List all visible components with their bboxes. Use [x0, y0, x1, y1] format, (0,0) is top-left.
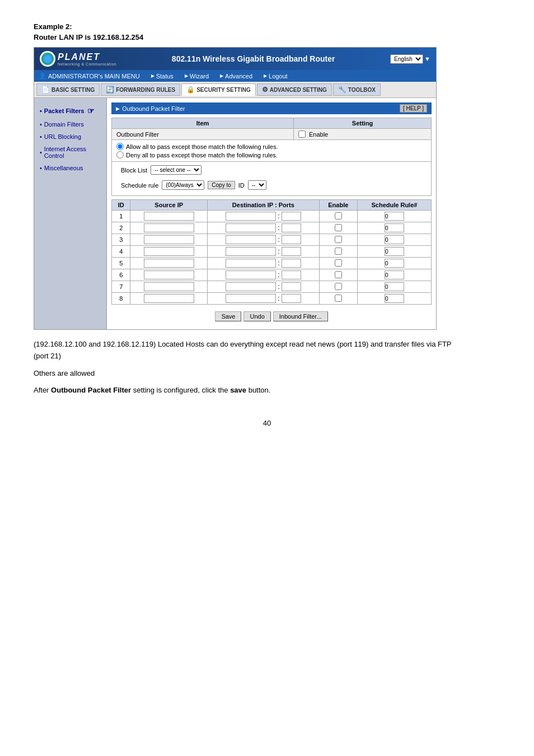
- col-id: ID: [112, 200, 130, 211]
- source-ip-input-2[interactable]: [144, 223, 194, 232]
- dest-ip-input-8[interactable]: [226, 294, 276, 303]
- row-dest-ip-5: :: [208, 258, 320, 269]
- dest-port-input-6[interactable]: [282, 270, 301, 279]
- tab-advanced-label: ADVANCED SETTING: [270, 87, 327, 93]
- sidebar-item-url-blocking[interactable]: URL Blocking: [34, 130, 106, 143]
- router-ui-box: PLANET Networking & Communication 802.11…: [34, 47, 437, 330]
- dest-port-input-5[interactable]: [282, 259, 301, 268]
- source-ip-input-5[interactable]: [144, 259, 194, 268]
- row-enable-checkbox-2[interactable]: [335, 224, 342, 231]
- dest-port-input-4[interactable]: [282, 247, 301, 256]
- settings-table: Item Setting Outbound Filter Enable: [111, 118, 432, 196]
- radio-allow-input[interactable]: [116, 143, 124, 150]
- row-schedule-1: [357, 211, 431, 222]
- dest-port-input-3[interactable]: [282, 235, 301, 244]
- schedule-input-6[interactable]: [385, 270, 404, 279]
- block-list-label: Block List: [121, 167, 147, 174]
- help-button[interactable]: [ HELP ]: [400, 104, 427, 113]
- router-header: PLANET Networking & Communication 802.11…: [34, 48, 436, 70]
- row-enable-checkbox-3[interactable]: [335, 236, 342, 243]
- dest-ip-input-6[interactable]: [226, 270, 276, 279]
- schedule-input-8[interactable]: [385, 294, 404, 303]
- source-ip-input-3[interactable]: [144, 235, 194, 244]
- dest-ip-input-1[interactable]: [226, 212, 276, 221]
- filter-label: Outbound Filter: [112, 129, 294, 140]
- sidebar-item-miscellaneous[interactable]: Miscellaneous: [34, 162, 106, 174]
- row-enable-checkbox-4[interactable]: [335, 248, 342, 255]
- source-ip-input-8[interactable]: [144, 294, 194, 303]
- row-enable-checkbox-6[interactable]: [335, 271, 342, 278]
- schedule-input-3[interactable]: [385, 235, 404, 244]
- dest-ip-input-2[interactable]: [226, 223, 276, 232]
- language-selector[interactable]: English ▼: [390, 54, 430, 64]
- schedule-input-1[interactable]: [385, 212, 404, 221]
- undo-button[interactable]: Undo: [243, 311, 270, 321]
- sidebar-item-internet-access[interactable]: Internet Access Control: [34, 143, 106, 162]
- row-dest-ip-2: :: [208, 222, 320, 234]
- radio-deny-input[interactable]: [116, 151, 124, 158]
- tab-forwarding-rules[interactable]: 🔄 FORWARDING RULES: [101, 83, 180, 96]
- port-separator-1: :: [278, 212, 279, 220]
- dest-port-input-7[interactable]: [282, 282, 301, 291]
- page-number: 40: [34, 419, 500, 427]
- id-select[interactable]: --: [248, 180, 266, 190]
- planet-logo: PLANET Networking & Communication: [40, 51, 116, 67]
- row-schedule-6: [357, 269, 431, 281]
- nav-status[interactable]: ▶ Status: [151, 73, 174, 80]
- source-ip-input-1[interactable]: [144, 212, 194, 221]
- dest-port-input-2[interactable]: [282, 223, 301, 232]
- security-setting-icon: 🔒: [186, 86, 195, 94]
- body-para-2: Others are allowed: [34, 368, 459, 380]
- block-list-select[interactable]: -- select one --: [151, 165, 202, 175]
- table-row: 8 :: [112, 293, 432, 305]
- enable-row: Enable: [298, 130, 427, 138]
- sidebar-item-domain-filters[interactable]: Domain Filters: [34, 118, 106, 130]
- dest-port-input-8[interactable]: [282, 294, 301, 303]
- schedule-input-5[interactable]: [385, 259, 404, 268]
- source-ip-input-4[interactable]: [144, 247, 194, 256]
- row-enable-checkbox-8[interactable]: [335, 295, 342, 302]
- enable-checkbox[interactable]: [298, 130, 306, 138]
- col-schedule-rule: Schedule Rule#: [357, 200, 431, 211]
- dest-ip-input-3[interactable]: [226, 235, 276, 244]
- language-dropdown[interactable]: English: [390, 54, 423, 64]
- nav-wizard[interactable]: ▶ Wizard: [185, 73, 209, 80]
- schedule-input-7[interactable]: [385, 282, 404, 291]
- tab-toolbox[interactable]: 🔧 TOOLBOX: [333, 83, 381, 96]
- sidebar-item-packet-filters[interactable]: Packet Filters ☞: [34, 104, 106, 118]
- dest-port-input-1[interactable]: [282, 212, 301, 221]
- row-enable-checkbox-1[interactable]: [335, 212, 342, 220]
- tab-basic-label: BASIC SETTING: [51, 87, 95, 93]
- schedule-rule-select[interactable]: (00)Always: [162, 180, 204, 190]
- row-enable-checkbox-5[interactable]: [335, 259, 342, 267]
- source-ip-input-7[interactable]: [144, 282, 194, 291]
- tab-security-setting[interactable]: 🔒 SECURITY SETTING: [181, 83, 256, 96]
- id-label: ID: [238, 182, 245, 189]
- row-source-ip-1: [130, 211, 208, 222]
- schedule-input-4[interactable]: [385, 247, 404, 256]
- nav-advanced[interactable]: ▶ Advanced: [220, 73, 252, 80]
- dest-ip-input-4[interactable]: [226, 247, 276, 256]
- schedule-input-2[interactable]: [385, 223, 404, 232]
- save-button[interactable]: Save: [215, 311, 241, 321]
- copy-to-button[interactable]: Copy to: [208, 181, 235, 189]
- nav-logout[interactable]: ▶ Logout: [264, 73, 288, 80]
- tab-basic-setting[interactable]: 📄 BASIC SETTING: [36, 83, 100, 96]
- advanced-setting-icon: ⚙: [262, 86, 268, 94]
- row-enable-2: [319, 222, 357, 234]
- port-separator-8: :: [278, 295, 279, 302]
- row-id-4: 4: [112, 246, 130, 258]
- dest-ip-input-5[interactable]: [226, 259, 276, 268]
- row-source-ip-2: [130, 222, 208, 234]
- tab-advanced-setting[interactable]: ⚙ ADVANCED SETTING: [257, 83, 332, 96]
- nav-admin-menu[interactable]: 👤 ADMINISTRATOR's MAIN MENU: [39, 72, 140, 80]
- row-id-5: 5: [112, 258, 130, 269]
- radio-allow-label: Allow all to pass except those match the…: [126, 143, 278, 150]
- table-row: 6 :: [112, 269, 432, 281]
- port-separator-4: :: [278, 248, 279, 255]
- row-enable-checkbox-7[interactable]: [335, 283, 342, 290]
- dest-ip-input-7[interactable]: [226, 282, 276, 291]
- inbound-filter-button[interactable]: Inbound Filter...: [273, 311, 328, 321]
- row-dest-ip-7: :: [208, 281, 320, 293]
- source-ip-input-6[interactable]: [144, 270, 194, 279]
